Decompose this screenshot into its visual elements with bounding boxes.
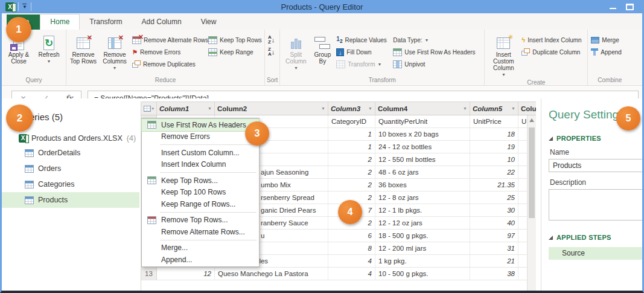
remove-duplicates-button[interactable]: Remove Duplicates [131, 58, 207, 70]
menu-item-remove-top-rows[interactable]: Remove Top Rows... [142, 214, 259, 227]
tab-transform[interactable]: Transform [80, 14, 132, 30]
tab-view[interactable]: View [191, 14, 226, 30]
grid-cell[interactable]: 25 [470, 192, 518, 204]
grid-cell[interactable]: 12 - 8 oz jars [375, 192, 470, 204]
grid-cell[interactable]: 4 [328, 255, 375, 267]
grid-cell[interactable]: 12 - 12 oz jars [375, 217, 470, 229]
grid-cell[interactable]: 12 - 200 ml jars [375, 242, 470, 254]
grid-cell[interactable]: 31 [470, 242, 518, 254]
menu-item-insert-custom-column[interactable]: Insert Custom Column... [142, 147, 259, 159]
grid-cell[interactable]: 12 - 1 lb pkgs. [375, 204, 470, 216]
grid-cell[interactable]: 18 - 500 g pkgs. [375, 230, 470, 242]
sort-ascending-button[interactable]: AZ↓ [267, 34, 276, 46]
grid-cell[interactable]: 1 kg pkg. [375, 255, 470, 267]
grid-cell[interactable]: 12 [157, 268, 215, 280]
column-header-column4[interactable]: Column4▼ [375, 102, 470, 115]
grid-cell[interactable]: 19 [470, 141, 518, 153]
column-header-column1[interactable]: Column1▼ [157, 102, 215, 115]
column-header-column6[interactable]: Column6 [518, 102, 536, 115]
description-field[interactable] [549, 189, 644, 221]
grid-cell[interactable]: 6 [328, 230, 375, 242]
menu-item-keep-range-of-rows[interactable]: Keep Range of Rows... [142, 198, 259, 210]
grid-cell[interactable]: 48 - 6 oz jars [375, 166, 470, 178]
filter-dropdown-icon[interactable]: ▼ [208, 106, 212, 111]
grid-cell[interactable]: 10 boxes x 20 bags [375, 128, 470, 140]
grid-cell[interactable]: 1 [328, 141, 375, 153]
sidebar-item-products[interactable]: Products [2, 192, 139, 208]
scroll-up-icon[interactable] [529, 118, 534, 122]
grid-cell[interactable]: UnitPrice [470, 115, 518, 127]
maximize-icon[interactable] [626, 4, 634, 10]
menu-item-insert-index-column[interactable]: Insert Index Column [142, 159, 259, 171]
grid-cell[interactable]: 1 [328, 128, 375, 140]
menu-item-remove-errors[interactable]: Remove Errors [142, 131, 259, 143]
grid-cell[interactable]: 21.35 [470, 179, 518, 191]
menu-item-keep-top-rows[interactable]: Keep Top Rows... [142, 175, 259, 187]
unpivot-button[interactable]: Unpivot [392, 58, 482, 70]
menu-item-merge[interactable]: Merge... [142, 242, 259, 254]
grid-cell[interactable]: 24 - 12 oz bottles [375, 141, 470, 153]
properties-section-header[interactable]: PROPERTIES [549, 135, 642, 142]
insert-index-column-button[interactable]: ϟ Insert Index Column [520, 34, 585, 46]
remove-errors-button[interactable]: ⚑ Remove Errors [131, 46, 207, 58]
grid-cell[interactable]: CategoryID [328, 115, 375, 127]
group-by-button[interactable]: Group By [310, 31, 335, 72]
remove-columns-button[interactable]: ✕ Remove Columns ▼ [98, 31, 131, 72]
merge-button[interactable]: Merge [590, 34, 630, 46]
fill-down-button[interactable]: ↓ Fill Down [335, 46, 392, 58]
menu-item-use-first-row-as-headers[interactable]: Use First Row As Headers [142, 119, 259, 131]
name-field[interactable]: Products [549, 159, 644, 172]
keep-top-rows-button[interactable]: Keep Top Rows [207, 34, 263, 46]
replace-values-button[interactable]: 12 Replace Values [335, 34, 392, 46]
filter-dropdown-icon[interactable]: ▼ [321, 106, 325, 111]
applied-step-source[interactable]: Source [549, 247, 644, 260]
table-row[interactable]: 1312Queso Manchego La Pastora410 - 500 g… [141, 268, 536, 280]
grid-cell[interactable]: 36 boxes [375, 179, 470, 191]
grid-cell[interactable]: 2 [328, 179, 375, 191]
grid-cell[interactable]: 10 [470, 153, 518, 166]
column-header-column2[interactable]: Column2▼ [215, 102, 328, 115]
scrollbar-thumb[interactable] [529, 127, 535, 218]
grid-cell[interactable]: 30 [470, 204, 518, 216]
append-button[interactable]: Append [590, 46, 630, 58]
transform-button[interactable]: Transform ▼ [335, 58, 392, 70]
column-header-column5[interactable]: Column5▼ [470, 102, 518, 115]
grid-cell[interactable]: 22 [470, 166, 518, 178]
sort-descending-button[interactable]: ZA↓ [267, 46, 276, 58]
filter-dropdown-icon[interactable]: ▼ [463, 106, 467, 111]
grid-cell[interactable]: 12 - 550 ml bottles [375, 153, 470, 166]
use-first-row-as-headers-button[interactable]: Use First Row As Headers [392, 46, 482, 58]
grid-cell[interactable]: 2 [328, 166, 375, 178]
grid-cell[interactable]: 2 [328, 153, 375, 166]
tab-add-column[interactable]: Add Column [132, 14, 191, 30]
remove-top-rows-button[interactable]: ✕ Remove Top Rows [68, 31, 98, 72]
grid-cell[interactable]: 97 [470, 230, 518, 242]
filter-dropdown-icon[interactable]: ▼ [368, 106, 372, 111]
column-header-column3[interactable]: Column3▼ [328, 102, 375, 115]
grid-cell[interactable]: QuantityPerUnit [375, 115, 470, 127]
workbook-item[interactable]: X Products and Orders.XLSX (4) [2, 132, 139, 145]
grid-cell[interactable]: 18 [470, 128, 518, 140]
menu-item-keep-top-100-rows[interactable]: Keep Top 100 Rows [142, 187, 259, 199]
sidebar-item-categories[interactable]: Categories [2, 176, 139, 192]
grid-corner-cell[interactable]: ▾ [141, 102, 157, 115]
grid-cell[interactable]: Queso Manchego La Pastora [215, 268, 328, 280]
insert-custom-column-button[interactable]: ✳ Insert Custom Column ▼ [486, 31, 520, 78]
vertical-scrollbar[interactable] [527, 115, 536, 291]
keep-range-button[interactable]: Keep Range [207, 46, 263, 58]
expander-triangle-icon[interactable] [549, 137, 553, 141]
grid-cell[interactable]: 4 [328, 268, 375, 280]
duplicate-column-button[interactable]: Duplicate Column [520, 46, 585, 58]
tab-home[interactable]: Home [40, 14, 80, 30]
menu-item-append[interactable]: Append... [142, 254, 259, 266]
applied-steps-section-header[interactable]: APPLIED STEPS [549, 234, 642, 241]
grid-cell[interactable]: 10 - 500 g pkgs. [375, 268, 470, 280]
menu-item-remove-alternate-rows[interactable]: Remove Alternate Rows... [142, 226, 259, 238]
sidebar-item-orderdetails[interactable]: OrderDetails [2, 145, 139, 161]
split-column-button[interactable]: Split Column ▼ [282, 31, 310, 72]
minimize-icon[interactable] [610, 4, 617, 10]
grid-cell[interactable]: 40 [470, 217, 518, 229]
sidebar-item-orders[interactable]: Orders [2, 161, 139, 176]
filter-dropdown-icon[interactable]: ▼ [511, 106, 515, 111]
refresh-button[interactable]: ↻ Refresh ▼ [34, 31, 64, 72]
